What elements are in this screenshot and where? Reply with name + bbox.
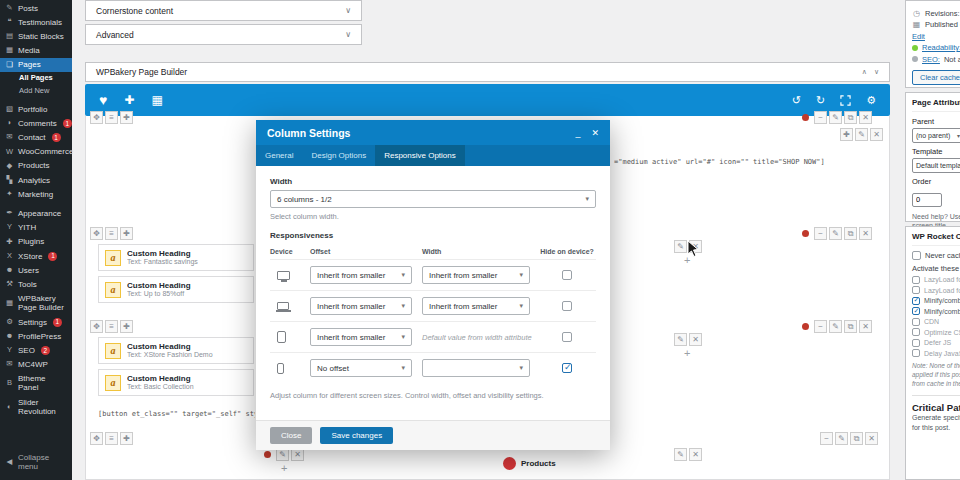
column-add-icon[interactable]: ✚ [840,128,853,141]
undo-icon[interactable]: ↺ [792,94,801,107]
rocket-option-6[interactable]: Defer JS [912,339,960,347]
gear-icon[interactable]: ⚙ [866,94,876,107]
checkbox[interactable] [912,318,920,326]
sidebar-item-seo[interactable]: YSEO2 [0,343,72,357]
rocket-option-4[interactable]: CDN [912,318,960,326]
close-button[interactable]: Close [270,427,312,444]
hide-checkbox-0[interactable] [562,270,572,280]
move-up-icon[interactable]: ∧ [862,68,867,76]
sidebar-item-appearance[interactable]: ✒Appearance [0,207,72,221]
row-add-icon[interactable]: ✚ [120,320,133,333]
row-clone-icon[interactable]: ⧉ [844,111,857,124]
hide-checkbox-1[interactable] [562,301,572,311]
row-layout-icon[interactable]: ≡ [105,227,118,240]
sidebar-item-settings[interactable]: ⚙Settings1 [0,315,72,329]
row-add-icon[interactable]: ✚ [120,227,133,240]
sidebar-item-contact[interactable]: ✉Contact1 [0,131,72,145]
column-delete-icon[interactable]: ✕ [689,333,702,346]
row-delete-icon[interactable]: ✕ [859,320,872,333]
row-layout-icon[interactable]: ≡ [105,111,118,124]
hide-checkbox-3[interactable] [562,363,572,373]
row-drag-icon[interactable]: ✥ [90,320,103,333]
sidebar-item-media[interactable]: ▦Media [0,44,72,58]
sidebar-item-posts[interactable]: ✎Posts [0,1,72,15]
save-changes-button[interactable]: Save changes [320,427,393,444]
sidebar-item-tools[interactable]: ⚒Tools [0,277,72,291]
sidebar-item-slider-revolution[interactable]: ◐Slider Revolution [0,395,72,418]
sidebar-item-portfolio[interactable]: ▧Portfolio [0,102,72,116]
close-icon[interactable]: ✕ [591,128,599,138]
fullscreen-icon[interactable] [840,95,851,106]
offset-select[interactable]: No offset▾ [310,359,412,377]
minimize-icon[interactable]: _ [575,128,580,138]
row-drag-icon[interactable]: ✥ [90,111,103,124]
offset-select[interactable]: Inherit from smaller▾ [310,328,412,346]
column-delete-icon[interactable]: ✕ [689,448,702,461]
row-add-icon[interactable]: ✚ [120,111,133,124]
row-drag-icon[interactable]: ✥ [90,227,103,240]
checkbox[interactable] [912,297,920,305]
redo-icon[interactable]: ↻ [816,94,825,107]
sidebar-item-all-pages[interactable]: All Pages [0,72,72,85]
row-toggle-dot[interactable] [264,451,271,458]
row-clone-icon[interactable]: ⧉ [850,432,863,445]
column-edit-icon[interactable]: ✎ [674,333,687,346]
clear-cache-button[interactable]: Clear cache [912,70,960,85]
column-delete-icon[interactable]: ✕ [870,128,883,141]
panel-advanced[interactable]: Advanced ∨ [85,24,362,45]
modal-header[interactable]: Column Settings _ ✕ [256,120,610,145]
rocket-option-7[interactable]: Delay JavaScr [912,349,960,357]
element-custom-heading[interactable]: a Custom Heading Text: Up to 85%off [98,276,254,303]
sidebar-item-mc4wp[interactable]: ✉MC4WP [0,358,72,372]
sidebar-item-add-new[interactable]: Add New [0,85,72,98]
width-select[interactable]: ▾ [422,359,530,377]
chevron-down-icon[interactable]: ∨ [345,6,351,15]
offset-select[interactable]: Inherit from smaller▾ [310,266,412,284]
row-add-icon[interactable]: ✚ [120,432,133,445]
sidebar-item-wpbakery-page-builder[interactable]: ▦WPBakery Page Builder [0,292,72,315]
rocket-option-3[interactable]: Minify/combi [912,307,960,315]
sidebar-item-profilepress[interactable]: ☻ProfilePress [0,329,72,343]
row-delete-icon[interactable]: ✕ [859,111,872,124]
sidebar-item-pages[interactable]: ❏Pages [0,58,72,72]
column-edit-icon[interactable]: ✎ [674,448,687,461]
rocket-option-5[interactable]: Optimize CSS [912,328,960,336]
rocket-option-1[interactable]: LazyLoad for [912,286,960,294]
width-select[interactable]: Inherit from smaller▾ [422,266,530,284]
row-delete-icon[interactable]: ✕ [865,432,878,445]
templates-icon[interactable]: ▦ [151,93,162,107]
row-edit-icon[interactable]: ✎ [829,111,842,124]
column-append-icon[interactable]: + [281,462,287,474]
row-clone-icon[interactable]: ⧉ [844,227,857,240]
sidebar-item-static-blocks[interactable]: ▤Static Blocks [0,29,72,43]
rocket-option-2[interactable]: Minify/combi [912,297,960,305]
checkbox[interactable] [912,349,920,357]
checkbox[interactable] [912,286,920,294]
element-custom-heading[interactable]: a Custom Heading Text: Basic Collection [98,369,254,396]
sidebar-item-testimonials[interactable]: ❝Testimonials [0,15,72,29]
never-cache-checkbox[interactable] [912,251,921,260]
element-products[interactable]: Products [503,457,556,470]
row-collapse-icon[interactable]: − [814,320,827,333]
sidebar-item-btheme-panel[interactable]: BBtheme Panel [0,372,72,395]
sidebar-item-collapse-menu[interactable]: ◀Collapse menu [0,451,72,474]
row-toggle-dot[interactable] [802,114,809,121]
wpb-postbox-header[interactable]: WPBakery Page Builder ∧ ∨ [85,62,890,82]
chevron-down-icon[interactable]: ∨ [345,30,351,39]
parent-select[interactable]: (no parent)▾ [912,128,960,143]
sidebar-item-analytics[interactable]: ▚Analytics [0,173,72,187]
sidebar-item-marketing[interactable]: ✦Marketing [0,187,72,201]
row-layout-icon[interactable]: ≡ [105,432,118,445]
sidebar-item-comments[interactable]: ◗Comments1 [0,116,72,130]
row-collapse-icon[interactable]: − [814,227,827,240]
row-toggle-dot[interactable] [802,230,809,237]
tab-responsive-options[interactable]: Responsive Options [375,145,465,166]
checkbox[interactable] [912,339,920,347]
sidebar-item-woocommerce[interactable]: WWooCommerce [0,145,72,159]
row-collapse-icon[interactable]: − [814,111,827,124]
checkbox[interactable] [912,276,920,284]
row-edit-icon[interactable]: ✎ [835,432,848,445]
readability-link[interactable]: Readability: [922,43,960,52]
row-clone-icon[interactable]: ⧉ [844,320,857,333]
tab-design-options[interactable]: Design Options [302,145,375,166]
